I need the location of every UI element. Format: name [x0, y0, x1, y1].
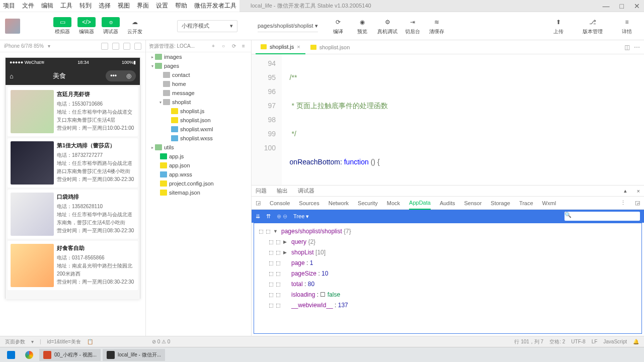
back-icon[interactable] — [123, 43, 130, 50]
tab-output[interactable]: 输出 — [277, 187, 288, 195]
folder-contact[interactable]: contact — [146, 70, 251, 79]
menu-tool[interactable]: 工具 — [60, 2, 72, 10]
menu-bar[interactable]: 项目 文件 编辑 工具 转到 选择 视图 界面 设置 帮助 微信开发者工具 — [0, 0, 239, 12]
folder-message[interactable]: message — [146, 88, 251, 98]
close-icon[interactable]: × — [297, 44, 300, 50]
file-app-js[interactable]: app.js — [146, 152, 251, 161]
new-file-icon[interactable]: + — [212, 43, 218, 49]
menu-edit[interactable]: 编辑 — [41, 2, 53, 10]
mode-select[interactable]: 小程序模式▾ — [177, 20, 237, 32]
file-shoplist-wxss[interactable]: shoplist.wxss — [146, 134, 251, 143]
preview-button[interactable]: ◉预览 — [353, 17, 371, 35]
folder-pages[interactable]: ▾pages — [146, 61, 251, 70]
menu-file[interactable]: 文件 — [22, 2, 34, 10]
search-input[interactable]: 🔍 — [565, 212, 640, 221]
devtab-network[interactable]: Network — [329, 197, 349, 210]
close-icon[interactable]: × — [637, 188, 640, 194]
search-icon[interactable]: ○ — [222, 43, 228, 49]
devtab-audits[interactable]: Audits — [440, 197, 455, 210]
devtab-storage[interactable]: Storage — [491, 197, 510, 210]
expand-icon[interactable]: ◲ — [635, 200, 640, 206]
file-app-wxss[interactable]: app.wxss — [146, 170, 251, 179]
version-button[interactable]: ⎇版本管理 — [583, 17, 603, 35]
upload-button[interactable]: ⬆上传 — [549, 17, 568, 35]
list-item[interactable]: 口袋鸡排 电话：13582628110 地址：任丘市裕华中路与会战北道东南角，蕾… — [8, 190, 138, 239]
folder-home[interactable]: home — [146, 79, 251, 88]
notification-icon[interactable]: 🔔 — [633, 339, 639, 344]
page-params-label[interactable]: 页面参数 — [5, 338, 25, 345]
folder-utils[interactable]: ▸utils — [146, 143, 251, 152]
start-button[interactable] — [3, 349, 19, 361]
settings-icon[interactable]: ⋮ — [620, 200, 626, 206]
menu-view[interactable]: 视图 — [118, 2, 130, 10]
phone-body[interactable]: 宫廷月亮虾饼 电话：15530710686 地址：任丘市裕华中路与会战道交叉口东… — [6, 85, 140, 299]
target-icon[interactable]: ◎ — [126, 72, 131, 79]
collapse-all-icon[interactable]: ⇈ — [266, 213, 271, 220]
cursor-pos[interactable]: 行 101，列 7 — [514, 338, 543, 345]
remote-debug-button[interactable]: ⚙真机调试 — [377, 17, 397, 35]
file-shoplist-wxml[interactable]: shoplist.wxml — [146, 125, 251, 134]
more-icon[interactable]: ⋯ — [634, 44, 640, 51]
refresh-icon[interactable]: ⟳ — [232, 43, 238, 49]
encoding[interactable]: UTF-8 — [571, 339, 585, 344]
close-icon[interactable]: ✕ — [634, 2, 640, 10]
menu-dots-icon[interactable]: ••• — [110, 72, 117, 79]
menu-select[interactable]: 选择 — [99, 2, 111, 10]
devtab-sensor[interactable]: Sensor — [464, 197, 481, 210]
view-mode-tree[interactable]: Tree ▾ — [293, 213, 309, 220]
device-select[interactable]: iPhone 6/7/8 85% — [4, 43, 44, 49]
file-project-config[interactable]: project.config.json — [146, 179, 251, 188]
editor-button[interactable]: </>编辑器 — [77, 17, 96, 35]
menu-help[interactable]: 帮助 — [175, 2, 187, 10]
devtab-mock[interactable]: Mock — [387, 197, 400, 210]
folder-images[interactable]: ▸images — [146, 52, 251, 61]
inspect-icon[interactable]: ◲ — [256, 200, 261, 206]
clear-cache-button[interactable]: ≋清缓存 — [428, 17, 446, 35]
taskbar-ppt[interactable]: 00_小程序 - 视图... — [39, 349, 101, 361]
code-editor[interactable]: 949596979899100 /** * 页面上拉触底事件的处理函数 */ o… — [252, 54, 644, 185]
indent[interactable]: 空格: 2 — [549, 338, 565, 345]
home-icon[interactable]: ⌂ — [10, 72, 14, 80]
devtab-appdata[interactable]: AppData — [409, 197, 431, 210]
split-editor-icon[interactable]: ◫ — [624, 44, 630, 51]
tab-problems[interactable]: 问题 — [256, 187, 267, 195]
debugger-button[interactable]: ⌾调试器 — [102, 17, 120, 35]
menu-ui[interactable]: 界面 — [137, 2, 149, 10]
folder-shoplist[interactable]: ▾shoplist — [146, 98, 251, 107]
menu-project[interactable]: 项目 — [3, 2, 15, 10]
menu-goto[interactable]: 转到 — [79, 2, 92, 10]
page-path-select[interactable]: pages/shoplist/shoplist▾ — [258, 20, 318, 32]
devtab-wxml[interactable]: Wxml — [542, 197, 556, 210]
menu-setting[interactable]: 设置 — [156, 2, 168, 10]
list-item[interactable]: 第1佳大鸡排（蕾莎店） 电话：18732727277 地址：任丘市裕华西路与会战… — [8, 138, 138, 188]
detail-button[interactable]: ≡详情 — [618, 17, 636, 35]
devtab-sources[interactable]: Sources — [299, 197, 319, 210]
menu-devtool[interactable]: 微信开发者工具 — [194, 2, 236, 10]
compile-button[interactable]: ⟳编译 — [329, 17, 347, 35]
rotate-icon[interactable] — [101, 43, 108, 50]
split-icon[interactable] — [134, 43, 141, 50]
expand-all-icon[interactable]: ⇊ — [256, 213, 260, 220]
tab-shoplist-js[interactable]: shoplist.js× — [256, 40, 305, 54]
eol[interactable]: LF — [592, 339, 598, 344]
language[interactable]: JavaScript — [603, 339, 627, 344]
record-icon[interactable] — [112, 43, 119, 50]
collapse-icon[interactable]: ▴ — [624, 188, 627, 194]
appdata-tree[interactable]: ▼pages/shoplist/shoplist {7} ▶query {2} … — [254, 223, 642, 334]
list-item[interactable]: 好食客自助 电话：0317-8565866 地址：南皮县光明中路烈士陵园北200… — [8, 241, 138, 290]
file-shoplist-js[interactable]: shoplist.js — [146, 107, 251, 116]
simulator-button[interactable]: ▭模拟器 — [53, 17, 71, 35]
list-item[interactable]: 宫廷月亮虾饼 电话：15530710686 地址：任丘市裕华中路与会战道交叉口东… — [8, 87, 138, 136]
code-body[interactable]: /** * 页面上拉触底事件的处理函数 */ onReachBottom: fu… — [282, 54, 644, 185]
taskbar-devtool[interactable]: local_life - 微信开... — [103, 349, 165, 361]
devtab-trace[interactable]: Trace — [519, 197, 533, 210]
problems-count[interactable]: ⊘ 0 ⚠ 0 — [152, 339, 170, 344]
chrome-icon[interactable] — [21, 349, 37, 361]
maximize-icon[interactable]: □ — [620, 2, 624, 10]
background-button[interactable]: ⇥切后台 — [404, 17, 422, 35]
file-app-json[interactable]: app.json — [146, 161, 251, 170]
minimize-icon[interactable]: — — [603, 2, 610, 10]
cloud-button[interactable]: ☁云开发 — [126, 17, 144, 35]
devtab-security[interactable]: Security — [358, 197, 378, 210]
more-icon[interactable]: ≡ — [242, 43, 248, 49]
